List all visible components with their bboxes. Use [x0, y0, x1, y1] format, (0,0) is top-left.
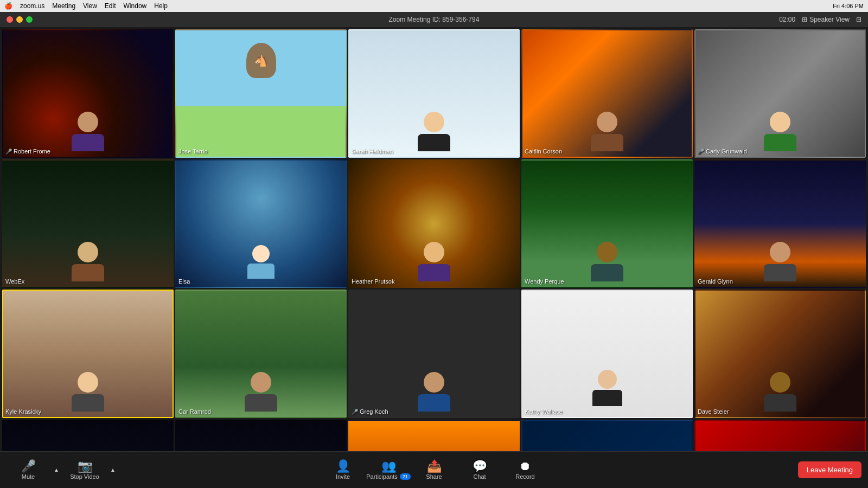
minimize-button[interactable]	[16, 16, 23, 23]
meeting-timer: 02:00	[779, 16, 795, 23]
menu-edit[interactable]: Edit	[105, 2, 116, 10]
toolbar-right: Leave Meeting	[798, 461, 861, 478]
participants-button[interactable]: 👥 Participants 21	[367, 454, 410, 486]
participant-name: Elsa	[178, 278, 190, 285]
participant-cell-pat-la-morte[interactable]: zoom HAPPY HALLOWEEN! Pat La Morte	[521, 420, 693, 451]
traffic-lights	[7, 16, 33, 23]
video-arrow[interactable]: ▲	[108, 454, 117, 486]
title-bar-controls: 02:00 ⊞ Speaker View ⊟	[779, 16, 861, 23]
participant-cell-sarah-heldman[interactable]: Sarah Heldman	[348, 29, 520, 158]
participant-cell-carly-grunwald[interactable]: 🎤 Carly Grunwald	[694, 29, 866, 158]
menu-bar: 🍎 zoom.us Meeting View Edit Window Help …	[0, 0, 868, 12]
participant-cell-caitlin-corson[interactable]: Caitlin Corson	[521, 29, 693, 158]
chat-button[interactable]: 💬 Chat	[458, 454, 501, 486]
participant-name: Jose Tarrio	[178, 148, 208, 155]
participant-cell-kyle-krasicky[interactable]: Kyle Krasicky	[2, 290, 174, 418]
participant-cell-ben-destephen[interactable]: Ben DeStephen	[348, 420, 520, 451]
participants-count: 21	[400, 473, 411, 480]
stop-video-button[interactable]: 📷 Stop Video	[63, 454, 106, 486]
participant-name: 🎤 Robert Frome	[5, 148, 50, 155]
mute-arrow[interactable]: ▲	[52, 454, 61, 486]
participant-cell-kathy-wallace[interactable]: Kathy Wallace	[521, 290, 693, 418]
participant-cell-robert-frome[interactable]: 🎤 Robert Frome	[2, 29, 174, 158]
participant-name: WebEx	[5, 278, 24, 285]
participant-name: Dave Steier	[698, 408, 729, 415]
participant-cell-webex[interactable]: WebEx	[2, 159, 174, 288]
participant-name: 🎤 Carly Grunwald	[698, 148, 747, 155]
participant-cell-elsa[interactable]: Elsa	[175, 159, 347, 288]
grid-view-icon[interactable]: ⊟	[856, 16, 861, 23]
participant-cell-nate-ridgely[interactable]: 🎤 Nate Ridgely	[2, 420, 174, 451]
invite-button[interactable]: 👤 Invite	[321, 454, 365, 486]
meeting-title: Zoom Meeting ID: 859-356-794	[389, 16, 480, 23]
video-grid: 🎤 Robert Frome 🐴 Jose Tarrio Sarah Heldm…	[2, 29, 866, 451]
app-name[interactable]: zoom.us	[20, 2, 44, 10]
menu-help[interactable]: Help	[154, 2, 168, 10]
participant-cell-george-thomas[interactable]: 🎤 George Thomas	[175, 420, 347, 451]
participant-name: Wendy Perque	[525, 278, 564, 285]
video-area: 🎤 Robert Frome 🐴 Jose Tarrio Sarah Heldm…	[0, 27, 868, 451]
speaker-view-toggle[interactable]: ⊞ Speaker View	[802, 16, 850, 23]
apple-menu[interactable]: 🍎	[4, 2, 12, 10]
participant-cell-karl-hermann[interactable]: Karl Hermann	[694, 420, 866, 451]
participant-cell-dave-steier[interactable]: Dave Steier	[694, 290, 866, 418]
participant-name: Gerald Glynn	[698, 278, 733, 285]
participant-cell-gerald-glynn[interactable]: Gerald Glynn	[694, 159, 866, 288]
participant-name: Kathy Wallace	[525, 408, 563, 415]
participant-cell-greg-koch[interactable]: 🎤 Greg Koch	[348, 290, 520, 418]
participant-name: 🎤 Greg Koch	[352, 408, 388, 415]
title-bar: Zoom Meeting ID: 859-356-794 02:00 ⊞ Spe…	[0, 12, 868, 27]
menu-meeting[interactable]: Meeting	[52, 2, 75, 10]
toolbar-center: 👤 Invite 👥 Participants 21 📤 Share 💬 Cha…	[321, 454, 547, 486]
toolbar-left: 🎤 Mute ▲ 📷 Stop Video ▲	[7, 454, 117, 486]
participant-name: Kyle Krasicky	[5, 408, 41, 415]
mute-button[interactable]: 🎤 Mute	[7, 454, 50, 486]
share-button[interactable]: 📤 Share	[412, 454, 456, 486]
participant-cell-car-ramrod[interactable]: Car Ramrod	[175, 290, 347, 418]
menu-view[interactable]: View	[83, 2, 97, 10]
record-button[interactable]: ⏺ Record	[503, 454, 547, 486]
maximize-button[interactable]	[26, 16, 33, 23]
menu-bar-right: Fri 4:06 PM	[833, 3, 864, 9]
participant-cell-wendy-perque[interactable]: Wendy Perque	[521, 159, 693, 288]
leave-meeting-button[interactable]: Leave Meeting	[798, 461, 861, 478]
menu-window[interactable]: Window	[124, 2, 147, 10]
menu-bar-time: Fri 4:06 PM	[833, 3, 864, 9]
menu-bar-left: 🍎 zoom.us Meeting View Edit Window Help	[4, 2, 168, 10]
close-button[interactable]	[7, 16, 13, 23]
participant-name: Caitlin Corson	[525, 148, 562, 155]
toolbar: 🎤 Mute ▲ 📷 Stop Video ▲ 👤 Invite 👥 Parti…	[0, 451, 868, 488]
participant-cell-heather-prutsok[interactable]: Heather Prutsok	[348, 159, 520, 288]
participant-cell-jose-tarrio[interactable]: 🐴 Jose Tarrio	[175, 29, 347, 158]
participant-name: Heather Prutsok	[352, 278, 394, 285]
participant-name: Sarah Heldman	[352, 148, 393, 155]
participant-name: Car Ramrod	[178, 408, 211, 415]
